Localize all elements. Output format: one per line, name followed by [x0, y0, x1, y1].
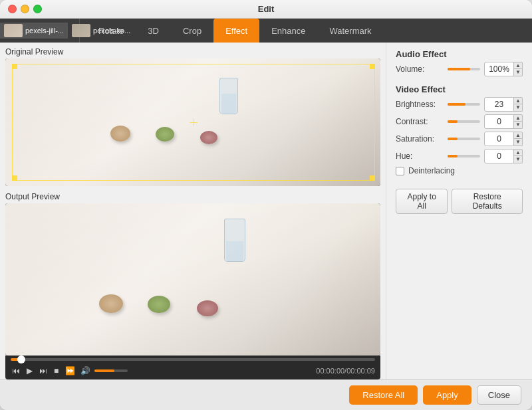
stop-button[interactable]: ■: [53, 365, 60, 377]
time-display: 00:00:00/00:00:09: [316, 367, 375, 375]
footer-bar: Restore All Apply Close: [0, 379, 532, 410]
restore-defaults-button[interactable]: Restore Defaults: [452, 189, 523, 214]
title-bar: Edit: [0, 0, 532, 19]
apply-button[interactable]: Apply: [423, 385, 471, 405]
video-effect-section: Video Effect Brightness: ▲ ▼: [396, 84, 523, 175]
progress-bar[interactable]: [11, 358, 375, 361]
file-tabs: pexels-jill-... pexels-ko...: [0, 19, 80, 43]
saturation-spinner: ▲ ▼: [484, 132, 523, 146]
brightness-down-button[interactable]: ▼: [513, 104, 523, 112]
saturation-up-button[interactable]: ▲: [513, 132, 523, 139]
progress-thumb[interactable]: [17, 356, 25, 363]
close-button[interactable]: Close: [477, 385, 521, 405]
main-content: Original Preview: [0, 43, 532, 379]
contrast-fill: [448, 120, 458, 123]
bottom-actions: Apply to All Restore Defaults: [396, 189, 523, 214]
tab-3d[interactable]: 3D: [136, 19, 171, 43]
volume-slider-fill: [448, 68, 470, 70]
contrast-spinner-btns: ▲ ▼: [513, 114, 523, 129]
tab-rotate[interactable]: Rotate: [86, 19, 136, 43]
volume-spinner: ▲ ▼: [484, 62, 523, 76]
audio-effect-section: Audio Effect Volume: ▲ ▼: [396, 49, 523, 79]
output-scene: [5, 203, 380, 356]
minimize-window-button[interactable]: [21, 5, 29, 13]
maximize-window-button[interactable]: [33, 5, 42, 13]
contrast-track[interactable]: [448, 120, 480, 123]
brightness-input[interactable]: [484, 97, 514, 112]
glass-object: [219, 78, 238, 114]
saturation-down-button[interactable]: ▼: [513, 139, 523, 146]
original-video-frame: [5, 58, 380, 186]
deinterlacing-row: Deinterlacing: [396, 166, 523, 175]
saturation-input[interactable]: [484, 132, 514, 146]
hue-label: Hue:: [396, 152, 444, 161]
contrast-label: Contrast:: [396, 117, 444, 126]
play-button[interactable]: ▶: [25, 365, 34, 377]
macaron-pink: [200, 131, 217, 144]
player-controls: ⏮ ▶ ⏭ ■ ⏩ 🔊 00:00:00/00:00:09: [5, 356, 380, 379]
hue-down-button[interactable]: ▼: [513, 156, 523, 163]
file-tab-thumb-1: [4, 24, 23, 37]
volume-track[interactable]: [448, 68, 480, 70]
volume-fill: [94, 369, 114, 372]
output-preview-label: Output Preview: [5, 192, 60, 201]
volume-label: Volume:: [396, 64, 444, 74]
tab-crop[interactable]: Crop: [171, 19, 213, 43]
brightness-spinner: ▲ ▼: [484, 97, 523, 112]
volume-spinner-btns: ▲ ▼: [513, 62, 523, 76]
hue-track[interactable]: [448, 155, 480, 157]
tab-watermark[interactable]: Watermark: [317, 19, 383, 43]
video-section-title: Video Effect: [396, 84, 523, 94]
hue-up-button[interactable]: ▲: [513, 149, 523, 156]
original-preview-block: Original Preview: [0, 43, 386, 189]
hue-fill: [448, 155, 458, 157]
tab-enhance[interactable]: Enhance: [259, 19, 317, 43]
audio-section-title: Audio Effect: [396, 49, 523, 59]
contrast-down-button[interactable]: ▼: [513, 122, 523, 129]
apply-to-all-button[interactable]: Apply to All: [396, 189, 448, 214]
contrast-row: Contrast: ▲ ▼: [396, 114, 523, 129]
volume-down-button[interactable]: ▼: [513, 69, 523, 76]
close-window-button[interactable]: [8, 5, 17, 13]
hue-input[interactable]: [484, 149, 514, 163]
contrast-spinner: ▲ ▼: [484, 114, 523, 129]
macaron-tan: [110, 126, 130, 142]
deinterlacing-label: Deinterlacing: [408, 166, 455, 175]
hue-row: Hue: ▲ ▼: [396, 149, 523, 163]
volume-slider[interactable]: [94, 369, 128, 372]
output-preview-block: Output Preview: [0, 189, 386, 379]
video-sections: Original Preview: [0, 43, 386, 379]
controls-row: ⏮ ▶ ⏭ ■ ⏩ 🔊 00:00:00/00:00:09: [11, 365, 375, 377]
file-tab-label-1: pexels-jill-...: [25, 27, 64, 35]
macaron-green: [156, 127, 174, 142]
skip-forward-button[interactable]: ⏭: [38, 365, 49, 377]
brightness-fill: [448, 103, 466, 106]
volume-row: Volume: ▲ ▼: [396, 62, 523, 76]
volume-input[interactable]: [484, 62, 514, 76]
brightness-track[interactable]: [448, 103, 480, 106]
tab-effect[interactable]: Effect: [213, 19, 259, 43]
skip-back-button[interactable]: ⏮: [11, 365, 21, 377]
nav-tabs: Rotate 3D Crop Effect Enhance Watermark: [80, 19, 532, 43]
next-frame-button[interactable]: ⏩: [64, 365, 76, 377]
saturation-row: Saturation: ▲ ▼: [396, 132, 523, 146]
window-title: Edit: [258, 4, 275, 14]
restore-all-button[interactable]: Restore All: [349, 385, 418, 405]
brightness-label: Brightness:: [396, 100, 444, 109]
saturation-fill: [448, 138, 458, 140]
original-scene: [5, 58, 380, 186]
hue-spinner-btns: ▲ ▼: [513, 149, 523, 163]
file-tab-1[interactable]: pexels-jill-...: [0, 23, 68, 39]
saturation-spinner-btns: ▲ ▼: [513, 132, 523, 146]
deinterlacing-checkbox[interactable]: [396, 167, 404, 175]
original-preview-label: Original Preview: [5, 47, 63, 56]
brightness-up-button[interactable]: ▲: [513, 97, 523, 104]
contrast-input[interactable]: [484, 114, 514, 129]
brightness-row: Brightness: ▲ ▼: [396, 97, 523, 112]
saturation-track[interactable]: [448, 138, 480, 140]
volume-icon: 🔊: [80, 366, 90, 375]
window-controls: [8, 5, 42, 13]
contrast-up-button[interactable]: ▲: [513, 114, 523, 122]
volume-up-button[interactable]: ▲: [513, 62, 523, 69]
output-glass: [224, 219, 245, 262]
